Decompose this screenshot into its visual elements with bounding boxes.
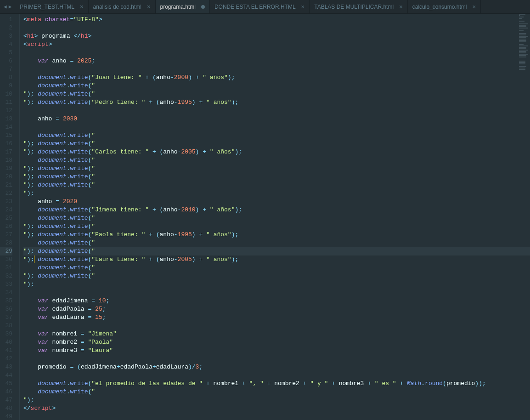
code-line[interactable]: document.write(""); [23, 140, 530, 148]
code-line[interactable]: document.write("Juan tiene: " + (anho-20… [23, 74, 530, 82]
code-line[interactable] [23, 49, 530, 57]
line-number: 14 [0, 123, 12, 131]
code-line[interactable]: document.write("Laura tiene: " + (anho-2… [23, 255, 530, 264]
line-number: 40 [0, 338, 12, 346]
tab-2[interactable]: programa.html [156, 0, 210, 13]
line-number: 43 [0, 363, 12, 371]
code-line[interactable]: document.write(""); [23, 214, 530, 222]
code-line[interactable] [23, 280, 530, 289]
code-line[interactable] [23, 65, 530, 74]
line-number: 49 [0, 413, 12, 420]
line-number: 33 [0, 280, 12, 289]
code-line[interactable] [23, 189, 530, 198]
arrow-right-icon[interactable]: ▶ [9, 4, 12, 10]
code-line[interactable]: anho = 2020 [23, 198, 530, 206]
close-icon[interactable]: × [399, 3, 403, 10]
tab-0[interactable]: PRIMER_TEST.HTML× [15, 0, 88, 13]
tabs-container: PRIMER_TEST.HTML×analisis de cod.html×pr… [15, 0, 481, 13]
code-line[interactable]: var nombre1 = "Jimena" [23, 330, 530, 338]
code-line[interactable]: document.write("Paola tiene: " + (anho-1… [23, 231, 530, 239]
code-line[interactable]: var anho = 2025; [23, 57, 530, 65]
line-number: 36 [0, 305, 12, 313]
close-icon[interactable]: × [80, 3, 84, 10]
close-icon[interactable]: × [472, 3, 476, 10]
code-line[interactable] [23, 289, 530, 297]
tab-5[interactable]: calculo_consumo.html× [408, 0, 481, 13]
code-line[interactable]: document.write(""); [23, 272, 530, 280]
code-line[interactable]: var edadJimena = 10; [23, 297, 530, 305]
line-number: 30 [0, 255, 12, 264]
line-number: 4 [0, 40, 12, 49]
line-number: 17 [0, 148, 12, 156]
code-line[interactable] [23, 123, 530, 131]
line-number: 22 [0, 189, 12, 198]
code-line[interactable]: document.write(""); [23, 222, 530, 231]
tab-3[interactable]: DONDE ESTA EL ERROR.HTML× [210, 0, 310, 13]
code-line[interactable]: document.write("Jimena tiene: " + (anho-… [23, 206, 530, 214]
code-line[interactable]: var nombre3 = "Laura" [23, 346, 530, 355]
code-line[interactable]: anho = 2030 [23, 115, 530, 123]
code-line[interactable]: document.write(""); [23, 82, 530, 90]
code-area[interactable]: <meta charset="UTF-8"> <h1> programa </h… [20, 14, 530, 420]
code-line[interactable]: <script> [23, 40, 530, 49]
code-line[interactable]: <meta charset="UTF-8"> [23, 16, 530, 24]
code-line[interactable]: var edadPaola = 25; [23, 305, 530, 313]
line-number: 24 [0, 206, 12, 214]
code-line[interactable]: var edadLaura = 15; [23, 313, 530, 322]
tab-1[interactable]: analisis de cod.html× [89, 0, 156, 13]
tab-label: programa.html [160, 4, 196, 10]
code-line[interactable]: document.write("Pedro tiene: " + (anho-1… [23, 98, 530, 107]
tab-label: calculo_consumo.html [412, 4, 467, 10]
line-number: 13 [0, 115, 12, 123]
close-icon[interactable]: × [147, 3, 151, 10]
line-number: 16 [0, 140, 12, 148]
tab-4[interactable]: TABLAS DE MULTIPLICAR.html× [310, 0, 408, 13]
code-line[interactable]: document.write(""); [23, 131, 530, 140]
code-line[interactable]: document.write(""); [23, 181, 530, 189]
code-line[interactable] [23, 413, 530, 420]
code-line[interactable] [23, 396, 530, 404]
line-number: 41 [0, 346, 12, 355]
line-number: 11 [0, 98, 12, 107]
line-number: 10 [0, 90, 12, 98]
code-line[interactable]: document.write(""); [23, 173, 530, 181]
code-line[interactable]: document.write(""); [23, 247, 530, 255]
tab-label: analisis de cod.html [93, 4, 141, 10]
line-number: 15 [0, 131, 12, 140]
line-number: 37 [0, 313, 12, 322]
line-number: 25 [0, 214, 12, 222]
tab-bar: ◀ ▶ PRIMER_TEST.HTML×analisis de cod.htm… [0, 0, 530, 14]
code-line[interactable] [23, 355, 530, 363]
code-line[interactable]: </script> [23, 404, 530, 413]
arrow-left-icon[interactable]: ◀ [4, 4, 7, 10]
line-number: 1 [0, 16, 12, 24]
code-line[interactable]: document.write(""); [23, 388, 530, 396]
code-line[interactable] [23, 371, 530, 380]
code-line[interactable]: <h1> programa </h1> [23, 32, 530, 40]
line-number: 34 [0, 289, 12, 297]
code-line[interactable]: document.write(""); [23, 165, 530, 173]
code-line[interactable]: document.write(""); [23, 239, 530, 247]
code-line[interactable] [23, 322, 530, 330]
code-line[interactable]: document.write("Carlos tiene: " + (anho-… [23, 148, 530, 156]
line-number: 38 [0, 322, 12, 330]
line-number: 44 [0, 371, 12, 380]
line-number: 47 [0, 396, 12, 404]
line-number-gutter: 1234567891011121314151617181920212223242… [0, 14, 20, 420]
code-line[interactable]: document.write(""); [23, 90, 530, 98]
line-number: 31 [0, 264, 12, 272]
code-line[interactable]: var nombre2 = "Paola" [23, 338, 530, 346]
code-line[interactable]: document.write("el promedio de las edade… [23, 380, 530, 388]
close-icon[interactable]: × [301, 3, 305, 10]
minimap[interactable] [518, 14, 530, 69]
code-line[interactable]: document.write(""); [23, 156, 530, 165]
code-line[interactable]: document.write(""); [23, 264, 530, 272]
line-number: 18 [0, 156, 12, 165]
line-number: 32 [0, 272, 12, 280]
line-number: 20 [0, 173, 12, 181]
code-line[interactable] [23, 107, 530, 115]
line-number: 26 [0, 222, 12, 231]
line-number: 9 [0, 82, 12, 90]
code-line[interactable]: promedio = (edadJimena+edadPaola+edadLau… [23, 363, 530, 371]
code-line[interactable] [23, 24, 530, 32]
